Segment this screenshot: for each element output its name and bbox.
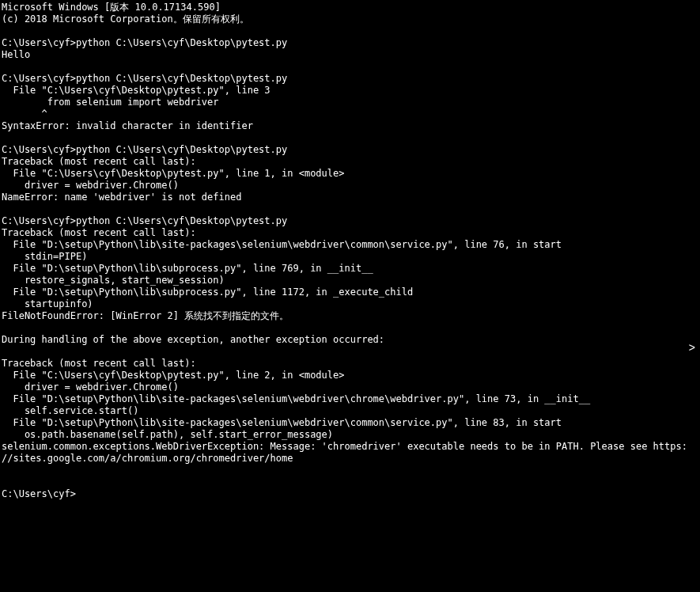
terminal-line xyxy=(2,132,700,144)
terminal-line xyxy=(2,203,700,215)
scroll-indicator-icon: > xyxy=(689,342,695,354)
terminal-line: Microsoft Windows [版本 10.0.17134.590] xyxy=(2,2,700,13)
terminal-line: File "C:\Users\cyf\Desktop\pytest.py", l… xyxy=(2,370,700,381)
terminal-line: C:\Users\cyf>python C:\Users\cyf\Desktop… xyxy=(2,215,700,227)
terminal-line xyxy=(2,61,700,73)
terminal-line xyxy=(2,346,700,358)
terminal-line: File "C:\Users\cyf\Desktop\pytest.py", l… xyxy=(2,85,700,97)
terminal-line: Traceback (most recent call last): xyxy=(2,358,700,370)
terminal-line: os.path.basename(self.path), self.start_… xyxy=(2,429,700,441)
terminal-line: C:\Users\cyf>python C:\Users\cyf\Desktop… xyxy=(2,37,700,49)
terminal-line: NameError: name 'webdriver' is not defin… xyxy=(2,192,700,203)
terminal-line: //sites.google.com/a/chromium.org/chrome… xyxy=(2,453,700,465)
terminal-line: File "D:\setup\Python\lib\site-packages\… xyxy=(2,393,700,405)
terminal-line: File "D:\setup\Python\lib\subprocess.py"… xyxy=(2,287,700,298)
terminal-line: restore_signals, start_new_session) xyxy=(2,275,700,287)
terminal-line: Traceback (most recent call last): xyxy=(2,156,700,168)
terminal-line xyxy=(2,465,700,476)
terminal-line: SyntaxError: invalid character in identi… xyxy=(2,120,700,132)
terminal-line: File "D:\setup\Python\lib\site-packages\… xyxy=(2,239,700,251)
terminal-line: C:\Users\cyf>python C:\Users\cyf\Desktop… xyxy=(2,144,700,156)
terminal-line xyxy=(2,25,700,37)
terminal-line: C:\Users\cyf> xyxy=(2,488,700,500)
terminal-line: ^ xyxy=(2,108,700,120)
terminal-line xyxy=(2,476,700,488)
terminal-line: from selenium import webdriver xyxy=(2,97,700,108)
terminal-line: File "D:\setup\Python\lib\site-packages\… xyxy=(2,417,700,429)
terminal-line: Hello xyxy=(2,49,700,61)
terminal-line: C:\Users\cyf>python C:\Users\cyf\Desktop… xyxy=(2,73,700,85)
terminal-line: driver = webdriver.Chrome() xyxy=(2,180,700,192)
terminal-line: Traceback (most recent call last): xyxy=(2,227,700,239)
terminal-line: self.service.start() xyxy=(2,405,700,417)
terminal-line: stdin=PIPE) xyxy=(2,251,700,263)
terminal-line: File "D:\setup\Python\lib\subprocess.py"… xyxy=(2,263,700,275)
terminal-output[interactable]: Microsoft Windows [版本 10.0.17134.590](c)… xyxy=(2,2,700,500)
terminal-line: startupinfo) xyxy=(2,298,700,310)
terminal-line: selenium.common.exceptions.WebDriverExce… xyxy=(2,441,700,453)
terminal-line: (c) 2018 Microsoft Corporation。保留所有权利。 xyxy=(2,13,700,25)
terminal-line xyxy=(2,322,700,334)
terminal-line: driver = webdriver.Chrome() xyxy=(2,381,700,393)
terminal-line: File "C:\Users\cyf\Desktop\pytest.py", l… xyxy=(2,168,700,180)
terminal-line: FileNotFoundError: [WinError 2] 系统找不到指定的… xyxy=(2,310,700,322)
terminal-line: During handling of the above exception, … xyxy=(2,334,700,346)
